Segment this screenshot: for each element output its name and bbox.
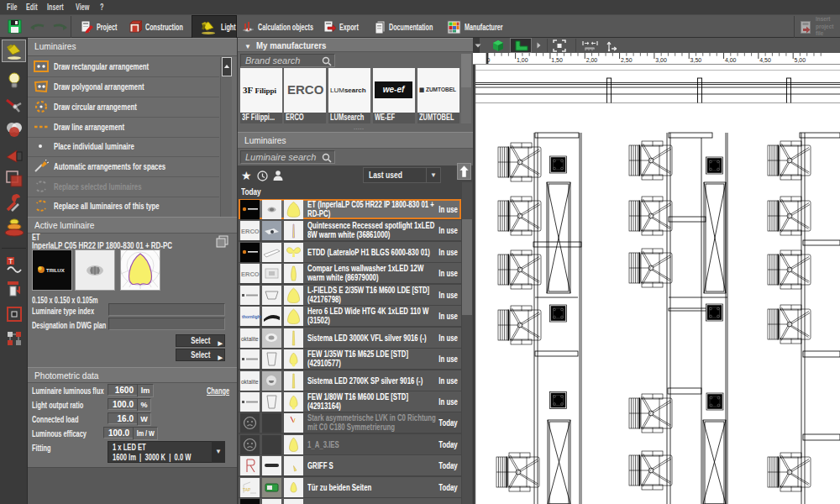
svg-text:1,50: 1,50 (551, 57, 563, 63)
svg-text:0: 0 (487, 57, 491, 63)
svg-text:4,00: 4,00 (725, 57, 737, 63)
svg-text:TRILUX: TRILUX (46, 268, 65, 273)
svg-text:5,00: 5,00 (795, 57, 806, 63)
svg-text:3,50: 3,50 (690, 57, 702, 63)
svg-text:4,50: 4,50 (759, 57, 771, 63)
svg-text:3,00: 3,00 (655, 57, 667, 63)
svg-text:TAP: TAP (243, 487, 251, 492)
svg-text:T: T (8, 257, 13, 265)
svg-text:2,00: 2,00 (586, 57, 598, 63)
svg-text:1,00: 1,00 (517, 57, 528, 63)
svg-text:2,50: 2,50 (621, 57, 633, 63)
